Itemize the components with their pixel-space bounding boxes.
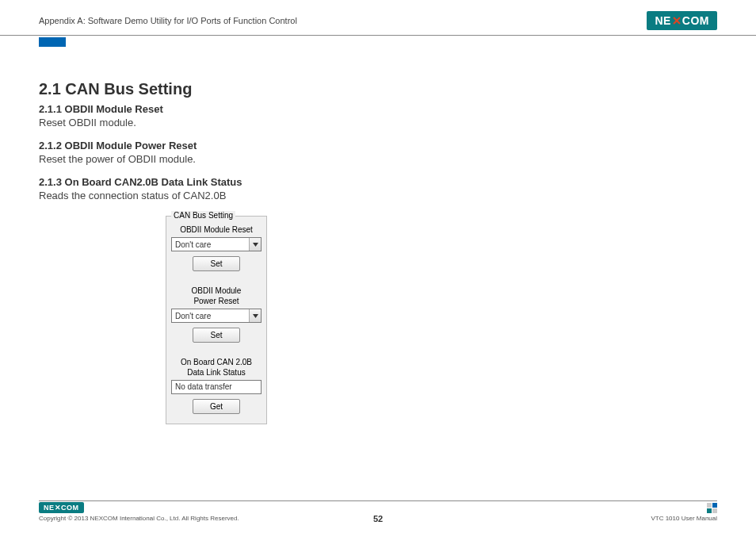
can-bus-groupbox: CAN Bus Setting OBDII Module Reset Don't… <box>166 216 267 424</box>
page-footer: NE✕COM Copyright © 2013 NEXCOM Internati… <box>39 502 717 522</box>
section-title: 2.1 CAN Bus Setting <box>39 80 717 98</box>
obdii-reset-set-button[interactable]: Set <box>193 256 240 271</box>
subsection-3-text: Reads the connection status of CAN2.0B <box>39 190 717 201</box>
groupbox-title: CAN Bus Setting <box>171 211 235 220</box>
page-header: Appendix A: Software Demo Utility for I/… <box>0 0 756 36</box>
can20b-status-field[interactable]: No data transfer <box>171 380 262 394</box>
subsection-3-heading: 2.1.3 On Board CAN2.0B Data Link Status <box>39 176 717 188</box>
copyright-text: Copyright © 2013 NEXCOM International Co… <box>39 515 239 522</box>
obdii-power-reset-set-button[interactable]: Set <box>193 328 240 343</box>
can20b-status-label: On Board CAN 2.0B Data Link Status <box>171 357 262 378</box>
chevron-down-icon[interactable] <box>249 238 261 251</box>
page-number: 52 <box>373 514 383 523</box>
content-area: 2.1 CAN Bus Setting 2.1.1 OBDII Module R… <box>0 36 756 424</box>
logo-x-icon <box>672 16 682 25</box>
logo-part2: COM <box>682 14 709 27</box>
software-screenshot: CAN Bus Setting OBDII Module Reset Don't… <box>166 216 717 424</box>
decorative-squares-icon <box>707 503 717 513</box>
subsection-1-text: Reset OBDII module. <box>39 117 717 128</box>
blue-tab-marker <box>39 37 66 47</box>
manual-name: VTC 1010 User Manual <box>651 515 717 522</box>
obdii-reset-label: OBDII Module Reset <box>171 224 262 235</box>
obdii-power-reset-value: Don't care <box>175 312 211 320</box>
obdii-power-reset-label: OBDII Module Power Reset <box>171 286 262 306</box>
footer-divider <box>39 500 717 501</box>
subsection-1-heading: 2.1.1 OBDII Module Reset <box>39 103 717 115</box>
obdii-reset-combo[interactable]: Don't care <box>171 237 262 251</box>
can20b-get-button[interactable]: Get <box>193 399 240 414</box>
nexcom-logo: NE COM <box>647 11 717 30</box>
obdii-power-reset-combo[interactable]: Don't care <box>171 309 262 323</box>
obdii-reset-value: Don't care <box>175 240 211 249</box>
nexcom-logo-small: NE✕COM <box>39 502 84 513</box>
chevron-down-icon[interactable] <box>249 309 261 322</box>
subsection-2-heading: 2.1.2 OBDII Module Power Reset <box>39 140 717 151</box>
appendix-title: Appendix A: Software Demo Utility for I/… <box>39 16 297 25</box>
subsection-2-text: Reset the power of OBDII module. <box>39 153 717 165</box>
logo-part1: NE <box>655 14 670 27</box>
footer-top-row: NE✕COM <box>39 502 717 513</box>
footer-bottom-row: Copyright © 2013 NEXCOM International Co… <box>39 515 717 522</box>
